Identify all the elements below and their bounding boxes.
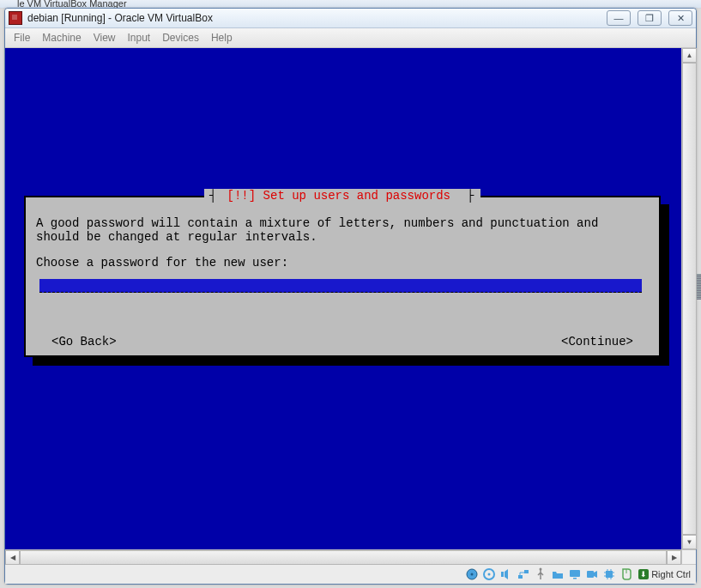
statusbar: ⬇ Right Ctrl [5,564,696,584]
audio-icon[interactable] [499,567,513,581]
scroll-corner [681,549,696,564]
dialog-title-marker: [!!] [227,189,257,203]
dialog-title-text: Set up users and passwords [256,189,457,203]
svg-point-3 [488,573,491,576]
menu-devices[interactable]: Devices [162,32,199,44]
scroll-thumb-vertical[interactable] [682,63,697,535]
svg-rect-8 [570,570,580,577]
vm-window: debian [Running] - Oracle VM VirtualBox … [4,8,697,585]
network-icon[interactable] [517,567,530,581]
svg-rect-9 [573,578,577,579]
scroll-right-button[interactable]: ▶ [667,550,681,565]
window-title: debian [Running] - Oracle VM VirtualBox [27,12,213,24]
scroll-thumb-horizontal[interactable] [20,550,667,565]
hard-disk-icon[interactable] [465,567,479,581]
svg-rect-11 [606,571,613,578]
svg-point-1 [471,573,474,576]
display-icon[interactable] [568,567,582,581]
svg-rect-10 [587,571,594,578]
usb-icon[interactable] [534,567,547,581]
svg-point-7 [540,568,542,571]
menu-view[interactable]: View [94,32,116,44]
host-key-label: Right Ctrl [651,569,691,579]
dialog-title: ┤ [!!] Set up users and passwords ├ [204,189,480,203]
guest-framebuffer[interactable]: ┤ [!!] Set up users and passwords ├ A go… [5,48,681,549]
menu-input[interactable]: Input [128,32,151,44]
vertical-scrollbar[interactable]: ▲ ▼ [681,48,696,549]
shared-folders-icon[interactable] [551,567,565,581]
mouse-integration-icon[interactable] [619,567,633,581]
optical-drive-icon[interactable] [482,567,496,581]
close-button[interactable]: ✕ [668,10,692,26]
menubar: File Machine View Input Devices Help [5,28,696,48]
maximize-icon: ❐ [645,13,654,24]
virtualbox-app-icon [9,11,22,25]
horizontal-scrollbar[interactable]: ◀ ▶ [5,549,681,564]
menu-machine[interactable]: Machine [42,32,81,44]
menu-file[interactable]: File [14,32,30,44]
scroll-left-button[interactable]: ◀ [5,550,20,565]
continue-button[interactable]: <Continue> [561,335,633,349]
scroll-up-button[interactable]: ▲ [682,48,697,63]
cpu-icon[interactable] [602,567,616,581]
guest-display-container: ┤ [!!] Set up users and passwords ├ A go… [5,48,696,564]
dialog-description: A good password will contain a mixture o… [36,216,649,244]
minimize-button[interactable]: — [607,10,631,26]
go-back-button[interactable]: <Go Back> [51,335,117,349]
maximize-button[interactable]: ❐ [638,10,662,26]
installer-dialog: ┤ [!!] Set up users and passwords ├ A go… [24,196,661,357]
host-key-indicator[interactable]: ⬇ Right Ctrl [638,569,691,579]
svg-rect-5 [518,575,523,579]
dialog-prompt: Choose a password for the new user: [36,256,649,270]
host-key-arrow-icon: ⬇ [638,569,649,579]
screenshot-root: le VM VirtualBox Manager debian [Running… [0,0,701,588]
close-icon: ✕ [677,13,685,24]
recording-icon[interactable] [585,567,599,581]
scroll-grip[interactable] [697,274,701,300]
menu-help[interactable]: Help [211,32,233,44]
titlebar[interactable]: debian [Running] - Oracle VM VirtualBox … [5,9,696,28]
password-input[interactable] [39,279,642,293]
minimize-icon: — [614,13,624,23]
scroll-down-button[interactable]: ▼ [682,535,697,549]
svg-rect-4 [501,572,504,577]
